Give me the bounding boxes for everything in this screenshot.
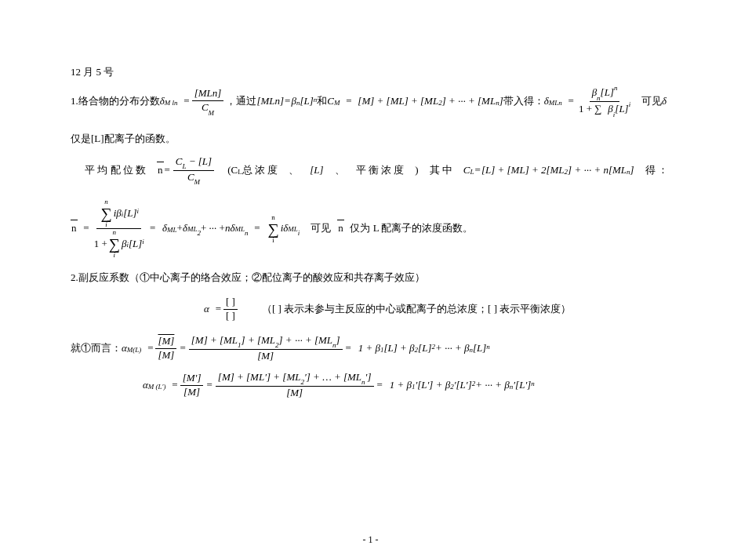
aMLp-rhs-e: [L′]	[515, 376, 531, 395]
aMLp-f2nb: ′] + … + [ML	[304, 371, 361, 383]
expand-mid: ] + ··· + n[ML	[568, 161, 627, 180]
frac1-den-sub: M	[209, 109, 215, 117]
note-c: 平 衡 浓 度	[356, 161, 405, 180]
aMLp-as: M (L′)	[148, 380, 166, 394]
alpha-sym: α	[204, 300, 209, 319]
dns: MLn	[234, 223, 248, 238]
aMLp-rhs-b: [L′] + β	[417, 376, 450, 395]
note-sep2: 、	[335, 161, 345, 180]
nnum-a: iβ	[114, 207, 122, 220]
aMLp-f1n: [M′]	[183, 372, 202, 384]
aML-frac2: [M] + [ML1] + [ML2] + ··· + [MLn] [M]	[189, 334, 343, 363]
note-sub: L	[238, 165, 242, 179]
note-open: (C	[227, 161, 238, 180]
d2s-a: ML	[187, 225, 198, 233]
nexp-eq3: =	[254, 219, 260, 238]
aML-eq: =	[147, 339, 153, 358]
and-word: 和	[317, 92, 327, 111]
note-b: [L]	[310, 161, 323, 180]
dns-a: ML	[234, 225, 245, 233]
expand-a: [L] + [ML] + 2[ML	[481, 161, 565, 180]
sum2-bot: i	[114, 252, 116, 259]
nnum-bs: i	[137, 207, 140, 216]
f2n-Lsup: n	[614, 84, 618, 92]
alpha-frac: [ ] [ ]	[223, 296, 238, 323]
term2-a: iδ	[281, 219, 289, 238]
aML-rs2: 2	[415, 344, 419, 357]
aMLp-f1d: [M]	[183, 386, 200, 398]
aML-rp2: 2	[431, 340, 435, 354]
navg-eq: =	[165, 161, 170, 180]
aMLp-f2s2: 2	[300, 378, 304, 386]
f2d-1plus: 1 +	[579, 104, 594, 115]
nbar-frac: CL − [L] CM	[173, 155, 214, 187]
note-sep1: 、	[289, 161, 299, 180]
sum-sub2: 2	[438, 96, 442, 110]
aML-rsn: n	[470, 344, 474, 357]
nexp-eq2: =	[150, 219, 155, 238]
f2d-sum: ∑	[594, 104, 601, 115]
case1-line: 就①而言： αM(L) = [M] [M] = [M] + [ML1] + [M…	[71, 334, 698, 363]
CM: C	[327, 92, 334, 111]
sum3-bot: i	[272, 237, 274, 244]
af-den: [ ]	[226, 310, 235, 322]
aML-rhs-d: + ··· + β	[435, 339, 470, 358]
mln-bracket: [MLn]	[256, 92, 284, 111]
dist-fraction-line: 1.络合物的分布分数 δ M ln = [MLn] CM ，通过 [MLn] =…	[71, 85, 698, 118]
line1-prefix: 1.络合物的分布分数	[71, 92, 160, 111]
sum-bot: i	[105, 221, 107, 228]
nbar-def-line: 平 均 配 位 数 n = CL − [L] CM (CL 总 浓 度 、 [L…	[71, 155, 698, 187]
plus1: +	[177, 219, 183, 238]
f2d-beta: β	[608, 104, 612, 115]
nbar-big-frac: n ∑ i iβi[L]i 1 + n ∑ i βi[L]i	[92, 198, 147, 259]
aML-rhs-e: [L]	[473, 339, 486, 358]
aML-eq2: =	[180, 339, 185, 358]
nexp-tail-a: 可见	[311, 219, 331, 238]
aML-f2nb: ] + [ML	[242, 334, 275, 346]
t2as-b: i	[298, 229, 300, 237]
eq1: =	[183, 92, 189, 111]
f2d-Lsup: i	[629, 100, 631, 108]
nf-num-sub: L	[183, 162, 187, 170]
nf-num-minus: − [L]	[187, 155, 212, 167]
aMLp-a: α	[143, 376, 148, 395]
sum-icon-2: n ∑ i	[109, 229, 120, 259]
sum-icon: n ∑ i	[100, 198, 111, 228]
mid2: 带入得：	[503, 92, 544, 111]
aMLp-rp2: 2	[472, 377, 476, 391]
section2-heading: 2.副反应系数（①中心离子的络合效应；②配位离子的酸效应和共存离子效应）	[71, 268, 698, 288]
where: 其 中	[430, 161, 452, 180]
navg-eq2: =	[475, 161, 481, 180]
navg-label: 平 均 配 位 数	[85, 161, 146, 180]
eq4: =	[568, 92, 574, 111]
aMLp-eq: =	[172, 376, 177, 395]
CL: C	[463, 161, 470, 180]
navg-end: 得 ：	[645, 161, 668, 180]
aML-f2nc: ] + ··· + [ML	[279, 334, 332, 346]
aML-rhs-b: [L] + β	[384, 339, 415, 358]
line1-tail: 可见	[641, 92, 662, 111]
f2n-L: [L]	[601, 86, 614, 98]
nf-den-C: C	[187, 171, 194, 183]
aMLp-rhs-d: + ··· + β	[475, 376, 510, 395]
document-page: 12 月 5 号 1.络合物的分布分数 δ M ln = [MLn] CM ，通…	[0, 0, 741, 560]
aML-frac1: [M] [M]	[155, 335, 176, 362]
aMLp-rhs-c: [L′]	[456, 376, 472, 395]
case1-lead: 就①而言：	[71, 339, 122, 358]
aML-rhs-a: 1 + β	[358, 339, 380, 358]
line2-text: 仅是[L]配离子的函数。	[71, 129, 176, 149]
f2d-bsub: i	[613, 111, 616, 118]
nnum-b: [L]	[123, 207, 136, 220]
aMLp-f2nc: ′]	[365, 371, 372, 383]
expand-s2: 2	[565, 165, 568, 179]
aMLp-rsn: n	[510, 380, 514, 394]
L-sup: n	[314, 93, 318, 107]
aML-f2s2: 2	[275, 341, 279, 349]
frac-delta-result: βn[L]n 1 + ∑βi[L]i	[576, 85, 633, 118]
af-num: [ ]	[226, 296, 235, 307]
aML-f1d: [M]	[158, 349, 174, 361]
nnum-as: i	[122, 210, 124, 220]
aMLp-frac2: [M] + [ML′] + [ML2′] + … + [MLn′] [M]	[216, 371, 374, 400]
nf-den-sub: M	[194, 178, 201, 186]
aMLp-rs2: 2	[450, 380, 454, 394]
